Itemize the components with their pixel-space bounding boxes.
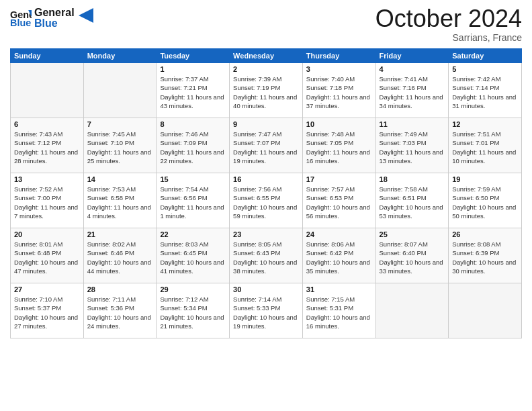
- col-thursday: Thursday: [302, 49, 375, 63]
- sunrise-text: Sunrise: 7:49 AM: [380, 130, 445, 138]
- day-number: 16: [233, 175, 299, 183]
- table-cell: 7Sunrise: 7:45 AMSunset: 7:10 PMDaylight…: [83, 118, 157, 173]
- table-cell: 19Sunrise: 7:59 AMSunset: 6:50 PMDayligh…: [449, 173, 522, 228]
- page: General Blue General Blue October 2024 S…: [0, 0, 532, 411]
- table-cell: 31Sunrise: 7:15 AMSunset: 5:31 PMDayligh…: [302, 283, 375, 338]
- sunset-text: Sunset: 6:48 PM: [14, 248, 80, 257]
- sunset-text: Sunset: 6:50 PM: [452, 193, 518, 202]
- table-cell: 28Sunrise: 7:11 AMSunset: 5:36 PMDayligh…: [83, 283, 157, 338]
- sunrise-text: Sunrise: 8:02 AM: [87, 240, 153, 248]
- sunrise-text: Sunrise: 8:03 AM: [160, 240, 226, 248]
- title-block: October 2024 Sarrians, France: [375, 7, 522, 43]
- sunset-text: Sunset: 6:39 PM: [452, 248, 518, 257]
- sunrise-text: Sunrise: 7:10 AM: [14, 295, 80, 304]
- table-cell: 1Sunrise: 7:37 AMSunset: 7:21 PMDaylight…: [157, 63, 230, 118]
- day-number: 8: [160, 120, 226, 128]
- sunrise-text: Sunrise: 7:51 AM: [452, 130, 518, 138]
- col-tuesday: Tuesday: [157, 49, 230, 63]
- table-cell: 3Sunrise: 7:40 AMSunset: 7:18 PMDaylight…: [302, 63, 375, 118]
- day-number: 7: [87, 120, 153, 128]
- table-cell: 18Sunrise: 7:58 AMSunset: 6:51 PMDayligh…: [375, 173, 449, 228]
- sunset-text: Sunset: 6:45 PM: [160, 248, 226, 257]
- sunset-text: Sunset: 5:31 PM: [306, 304, 372, 312]
- sunset-text: Sunset: 7:18 PM: [306, 83, 372, 92]
- sunset-text: Sunset: 7:03 PM: [380, 138, 445, 147]
- daylight-text: Daylight: 11 hours and 22 minutes.: [160, 148, 226, 166]
- sunset-text: Sunset: 7:19 PM: [233, 83, 299, 92]
- calendar-week-row: 13Sunrise: 7:52 AMSunset: 7:00 PMDayligh…: [11, 173, 522, 228]
- sunrise-text: Sunrise: 7:14 AM: [233, 295, 299, 304]
- calendar-week-row: 20Sunrise: 8:01 AMSunset: 6:48 PMDayligh…: [11, 228, 522, 283]
- day-number: 6: [14, 120, 80, 128]
- sunset-text: Sunset: 6:43 PM: [233, 248, 299, 257]
- sunrise-text: Sunrise: 7:15 AM: [306, 295, 372, 304]
- sunrise-text: Sunrise: 7:12 AM: [160, 295, 226, 304]
- sunrise-text: Sunrise: 7:39 AM: [233, 75, 299, 83]
- sunrise-text: Sunrise: 7:53 AM: [87, 185, 153, 193]
- sunset-text: Sunset: 6:46 PM: [87, 248, 153, 257]
- sunrise-text: Sunrise: 7:57 AM: [306, 185, 372, 193]
- svg-marker-3: [79, 8, 93, 23]
- day-number: 12: [452, 120, 518, 128]
- table-cell: 10Sunrise: 7:48 AMSunset: 7:05 PMDayligh…: [302, 118, 375, 173]
- sunrise-text: Sunrise: 7:48 AM: [306, 130, 372, 138]
- sunrise-text: Sunrise: 7:42 AM: [452, 75, 518, 83]
- day-number: 5: [452, 65, 518, 73]
- sunrise-text: Sunrise: 7:52 AM: [14, 185, 80, 193]
- day-number: 3: [306, 65, 372, 73]
- day-number: 27: [14, 285, 80, 293]
- sunset-text: Sunset: 6:56 PM: [160, 193, 226, 202]
- sunrise-text: Sunrise: 7:59 AM: [452, 185, 518, 193]
- table-cell: 16Sunrise: 7:56 AMSunset: 6:55 PMDayligh…: [230, 173, 303, 228]
- sunrise-text: Sunrise: 7:37 AM: [160, 75, 226, 83]
- daylight-text: Daylight: 10 hours and 56 minutes.: [306, 203, 372, 221]
- logo-arrow-icon: [79, 8, 93, 23]
- day-number: 15: [160, 175, 226, 183]
- sunrise-text: Sunrise: 7:43 AM: [14, 130, 80, 138]
- daylight-text: Daylight: 10 hours and 30 minutes.: [452, 258, 518, 276]
- day-number: 21: [87, 230, 153, 238]
- sunset-text: Sunset: 7:12 PM: [14, 138, 80, 147]
- day-number: 11: [380, 120, 445, 128]
- sunrise-text: Sunrise: 7:58 AM: [380, 185, 445, 193]
- table-cell: 27Sunrise: 7:10 AMSunset: 5:37 PMDayligh…: [11, 283, 84, 338]
- daylight-text: Daylight: 10 hours and 33 minutes.: [380, 258, 445, 276]
- sunset-text: Sunset: 7:00 PM: [14, 193, 80, 202]
- sunrise-text: Sunrise: 7:54 AM: [160, 185, 226, 193]
- col-monday: Monday: [83, 49, 157, 63]
- sunrise-text: Sunrise: 7:46 AM: [160, 130, 226, 138]
- location: Sarrians, France: [375, 32, 522, 43]
- daylight-text: Daylight: 10 hours and 47 minutes.: [14, 258, 80, 276]
- sunset-text: Sunset: 5:33 PM: [233, 304, 299, 312]
- sunset-text: Sunset: 5:36 PM: [87, 304, 153, 312]
- daylight-text: Daylight: 10 hours and 50 minutes.: [452, 203, 518, 221]
- sunset-text: Sunset: 7:01 PM: [452, 138, 518, 147]
- table-cell: [11, 63, 84, 118]
- col-friday: Friday: [375, 49, 449, 63]
- daylight-text: Daylight: 11 hours and 37 minutes.: [306, 93, 372, 111]
- logo: General Blue General Blue: [10, 7, 93, 30]
- daylight-text: Daylight: 11 hours and 16 minutes.: [306, 148, 372, 166]
- daylight-text: Daylight: 10 hours and 44 minutes.: [87, 258, 153, 276]
- table-cell: 8Sunrise: 7:46 AMSunset: 7:09 PMDaylight…: [157, 118, 230, 173]
- sunrise-text: Sunrise: 7:11 AM: [87, 295, 153, 304]
- logo-icon: General Blue: [10, 7, 32, 29]
- daylight-text: Daylight: 10 hours and 53 minutes.: [380, 203, 445, 221]
- daylight-text: Daylight: 10 hours and 24 minutes.: [87, 313, 153, 331]
- daylight-text: Daylight: 11 hours and 31 minutes.: [452, 93, 518, 111]
- day-number: 22: [160, 230, 226, 238]
- sunrise-text: Sunrise: 7:41 AM: [380, 75, 445, 83]
- table-cell: 4Sunrise: 7:41 AMSunset: 7:16 PMDaylight…: [375, 63, 449, 118]
- table-cell: 25Sunrise: 8:07 AMSunset: 6:40 PMDayligh…: [375, 228, 449, 283]
- day-number: 18: [380, 175, 445, 183]
- sunset-text: Sunset: 6:58 PM: [87, 193, 153, 202]
- day-number: 25: [380, 230, 445, 238]
- table-cell: 5Sunrise: 7:42 AMSunset: 7:14 PMDaylight…: [449, 63, 522, 118]
- sunrise-text: Sunrise: 7:47 AM: [233, 130, 299, 138]
- table-cell: [83, 63, 157, 118]
- day-number: 9: [233, 120, 299, 128]
- table-cell: 17Sunrise: 7:57 AMSunset: 6:53 PMDayligh…: [302, 173, 375, 228]
- table-cell: 12Sunrise: 7:51 AMSunset: 7:01 PMDayligh…: [449, 118, 522, 173]
- calendar-week-row: 6Sunrise: 7:43 AMSunset: 7:12 PMDaylight…: [11, 118, 522, 173]
- day-number: 4: [380, 65, 445, 73]
